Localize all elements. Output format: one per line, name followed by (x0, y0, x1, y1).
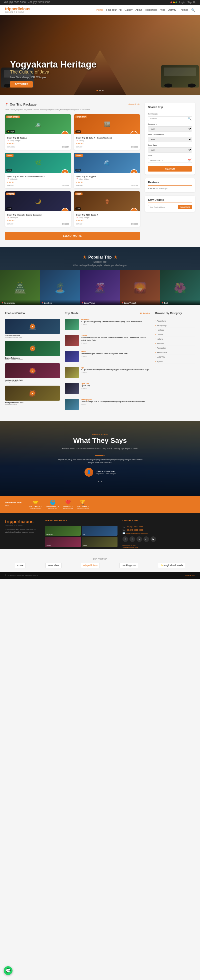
cat-item-natural[interactable]: Natural (155, 337, 195, 341)
footer-email-link[interactable]: tripperlicious@gmail.com (125, 532, 148, 535)
video-thumb-1[interactable]: ▶ 🏯 (5, 319, 60, 334)
destination-select[interactable]: Any Yogyakarta Bali Lombok Bromo (148, 137, 192, 142)
hero-dot-2[interactable] (99, 90, 101, 91)
search-button[interactable]: SEARCH (148, 166, 192, 172)
calendar-icon: 📅 (188, 159, 191, 162)
signup-link[interactable]: Sign Up (187, 1, 196, 4)
play-button-3[interactable]: ▶ (30, 368, 35, 373)
guide-cat-3: Nature (81, 351, 128, 353)
date-label: Date (148, 154, 192, 157)
hero-desc: Lava Tour Merapi, IDR 375K/pax (10, 76, 96, 79)
nav-find-trip[interactable]: Find Your Trip (106, 8, 122, 11)
cat-item-multi[interactable]: Multi Trip (155, 355, 195, 360)
popular-item-jatim[interactable]: 🌋 Jawa Timur (80, 270, 120, 305)
keywords-label: Keywords (148, 113, 192, 115)
trip-price-1: IDR 2154 (62, 146, 69, 148)
guide-title-5[interactable]: Open Trip (81, 385, 90, 387)
testimonial-title: What They Says (56, 437, 144, 445)
keywords-input[interactable] (148, 116, 192, 121)
date-input[interactable] (148, 158, 192, 163)
twitter-icon[interactable]: t (130, 536, 135, 542)
reviews-placeholder: ★★★★★ No reviews yet (148, 188, 192, 189)
cat-item-culture[interactable]: Culture (155, 332, 195, 337)
cat-item-adventure[interactable]: Adventure (155, 319, 195, 323)
footer-dest-title: TOP DESTINATIONS (45, 519, 117, 523)
cat-item-sprints[interactable]: Sprints (155, 360, 195, 364)
trip-stars-4: ★★★★☆ (76, 181, 138, 183)
nav-activity[interactable]: Activity (168, 8, 176, 11)
nav-home[interactable]: Home (97, 8, 103, 11)
video-thumb-2[interactable]: ▶ 🌋 (5, 341, 60, 356)
popular-name-jatim: Jawa Timur (81, 302, 119, 304)
trip-card-image: 🌙 PROMO 27% 27 (5, 191, 71, 211)
nav-themes[interactable]: Themes (179, 8, 188, 11)
category-select[interactable]: Any Adventure Cultural Nature (148, 126, 192, 132)
trip-loc-6: 📍 1 Day 1 Night (76, 217, 138, 219)
guide-title-6[interactable]: Guru Benepi Jadi 7 Transport Wisata yang… (81, 401, 145, 403)
testimonial-prev-btn[interactable]: ‹ (98, 479, 99, 484)
footer-contact-col: CONTACT INFO 📞 +62 (0)2 3533 5556 📞 +62 … (122, 519, 195, 549)
why-item-label-2: GO ANYWHERE (46, 506, 59, 508)
popular-item-lombok[interactable]: 🏝️ Lombok (40, 270, 80, 305)
guide-title-3[interactable]: Perkembangan Produsi Hasil Kerajinan Kot… (81, 353, 128, 355)
nav-about[interactable]: About (135, 8, 142, 11)
video-thumb-3[interactable]: ▶ 🌺 (5, 363, 60, 379)
googleplus-icon[interactable]: g (137, 536, 142, 542)
jeep-right (161, 65, 199, 88)
hero-dot-1[interactable] (97, 90, 98, 91)
popular-overlay-bali: Bali (160, 300, 200, 305)
footer-dest-lombok[interactable]: Lombok (45, 537, 81, 547)
footer-dest-label-3: Lombok (46, 545, 51, 546)
subscribe-button[interactable]: SUBSCRIBE (178, 205, 192, 209)
footer-logo-name: tripperlicious (5, 519, 40, 524)
tour-type-select[interactable]: Any Open Trip Private Trip (148, 147, 192, 153)
footer-brand-link[interactable]: tripperlicious (185, 574, 195, 576)
jatim-emoji: 🌋 (94, 282, 106, 294)
footer-dest-yogya[interactable]: Yogyakarta (45, 526, 81, 536)
sidebar: Search Trip Keywords 🔍 Category Any Adve… (145, 102, 195, 240)
video-thumb-4[interactable]: ▶ 🎒 (5, 386, 60, 401)
guide-text-3: Nature Perkembangan Produsi Hasil Keraji… (81, 351, 128, 362)
cat-item-festival[interactable]: Festival (155, 341, 195, 346)
footer-phone2-link[interactable]: +62 (0)2 3533 5580 (125, 529, 143, 531)
cat-item-recreation[interactable]: Recreation (155, 346, 195, 350)
footer-dest-bromo[interactable]: Bromo (82, 537, 118, 547)
popular-star-icon2: ★ (114, 255, 117, 259)
footer-dest-bali[interactable]: Bali (82, 526, 118, 536)
cat-item-family[interactable]: Family Trip (155, 323, 195, 328)
cat-item-resto[interactable]: Resto & Bar (155, 350, 195, 355)
load-more-button[interactable]: LOAD MORE (5, 232, 140, 240)
author-avatar: 👤 (84, 468, 93, 477)
testimonial-next-btn[interactable]: › (101, 479, 102, 484)
footer-phone1-link[interactable]: +62 (0)2 3533 5556 (125, 526, 143, 528)
popular-item-bali[interactable]: 🌺 Bali (160, 270, 200, 305)
guide-title-4[interactable]: 3 Tips Aman dan Nyaman Berkunjung ke Gun… (81, 369, 149, 371)
popular-name-bali: Bali (161, 302, 199, 304)
guide-title-2[interactable]: Menikmati Wisata ke Masjid Dibawa Suasan… (81, 337, 150, 342)
email-input[interactable] (148, 205, 178, 209)
play-button-2[interactable]: ▶ (30, 346, 35, 351)
linkedin-icon[interactable]: in (143, 536, 149, 542)
facebook-icon[interactable]: f (122, 536, 128, 542)
footer-top: tripperlicious EXPLORE THE WORLD Lorem i… (5, 519, 195, 549)
play-button-4[interactable]: ▶ (30, 391, 35, 396)
nav-gallery[interactable]: Gallery (124, 8, 132, 11)
guide-title-1[interactable]: 7 Tips Packing Paling Efektif untuk Kamu… (81, 321, 142, 323)
popular-strip: 🏯 Yogyakarta 🏝️ Lombok 🌋 Jawa Timur (0, 270, 200, 305)
nav-vlog[interactable]: Vlog (160, 8, 165, 11)
youtube-icon[interactable]: ▶ (151, 536, 156, 542)
footer-contact-title: CONTACT INFO (122, 519, 195, 523)
nav-tripperpick[interactable]: Tripperpick (145, 8, 157, 11)
login-link[interactable]: Login (179, 1, 185, 4)
author-name: EMRIC EUGENIA (96, 470, 116, 473)
hero-activities-btn[interactable]: ACTIVITIES (10, 81, 33, 88)
view-all-link[interactable]: View All Trip (128, 103, 140, 106)
guide-thumb-2 (65, 335, 79, 346)
popular-item-yogya[interactable]: 🏯 Yogyakarta (0, 270, 40, 305)
cat-item-heritage[interactable]: Heritage (155, 328, 195, 332)
play-button-1[interactable]: ▶ (30, 324, 35, 329)
hero-dot-3[interactable] (102, 90, 103, 91)
search-icon[interactable]: 🔍 (191, 8, 195, 12)
popular-item-jateng[interactable]: 🌄 Jawa Tengah (120, 270, 160, 305)
all-articles-link[interactable]: All Articles (140, 312, 150, 314)
